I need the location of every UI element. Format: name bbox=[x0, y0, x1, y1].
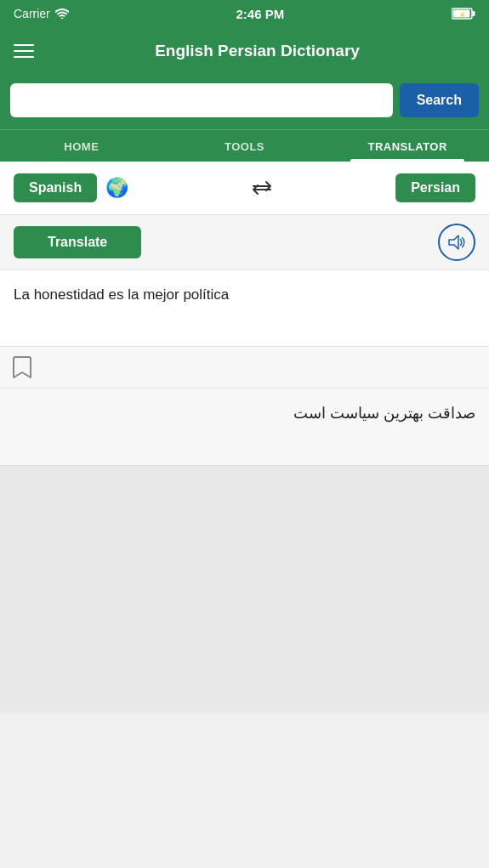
bookmark-icon[interactable] bbox=[12, 355, 32, 379]
globe-icon[interactable]: 🌍 bbox=[105, 177, 128, 199]
status-time: 2:46 PM bbox=[236, 7, 285, 21]
menu-button[interactable] bbox=[14, 44, 39, 58]
battery-icon: ⚡ bbox=[452, 8, 475, 20]
target-language-button[interactable]: Persian bbox=[395, 173, 475, 202]
swap-languages-button[interactable] bbox=[137, 179, 387, 196]
language-selector-row: Spanish 🌍 Persian bbox=[0, 162, 489, 214]
speaker-button[interactable] bbox=[438, 224, 475, 261]
bottom-empty-area bbox=[0, 466, 489, 712]
app-title: English Persian Dictionary bbox=[39, 42, 475, 60]
carrier-label: Carrier bbox=[14, 7, 50, 20]
source-text: La honestidad es la mejor política bbox=[14, 284, 475, 306]
tab-translator[interactable]: TRANSLATOR bbox=[326, 130, 489, 162]
result-toolbar bbox=[0, 347, 489, 389]
status-left: Carrier bbox=[14, 7, 69, 20]
tab-bar: HOME TOOLS TRANSLATOR bbox=[0, 129, 489, 162]
svg-rect-2 bbox=[472, 11, 475, 16]
wifi-icon bbox=[55, 9, 69, 19]
status-bar: Carrier 2:46 PM ⚡ bbox=[0, 0, 489, 27]
source-text-area[interactable]: La honestidad es la mejor política bbox=[0, 270, 489, 347]
svg-marker-4 bbox=[449, 235, 458, 249]
hamburger-line-3 bbox=[14, 56, 34, 58]
result-text-area: صداقت بهترین سیاست است bbox=[0, 389, 489, 465]
status-right: ⚡ bbox=[452, 8, 475, 20]
hamburger-line-1 bbox=[14, 44, 34, 46]
swap-icon bbox=[249, 179, 275, 196]
translator-panel: Spanish 🌍 Persian Translate La honestida… bbox=[0, 162, 489, 347]
translate-button[interactable]: Translate bbox=[14, 226, 141, 258]
speaker-icon bbox=[448, 235, 465, 250]
app-header: English Persian Dictionary bbox=[0, 27, 489, 75]
result-area: صداقت بهترین سیاست است bbox=[0, 347, 489, 466]
result-text: صداقت بهترین سیاست است bbox=[14, 400, 475, 427]
search-input[interactable] bbox=[10, 83, 393, 117]
source-language-button[interactable]: Spanish bbox=[14, 173, 97, 202]
svg-text:⚡: ⚡ bbox=[458, 11, 465, 19]
search-bar: Search bbox=[0, 75, 489, 129]
translate-action-row: Translate bbox=[0, 214, 489, 270]
tab-tools[interactable]: TOOLS bbox=[163, 130, 327, 162]
hamburger-line-2 bbox=[14, 50, 34, 52]
search-button[interactable]: Search bbox=[400, 83, 479, 117]
tab-home[interactable]: HOME bbox=[0, 130, 163, 162]
